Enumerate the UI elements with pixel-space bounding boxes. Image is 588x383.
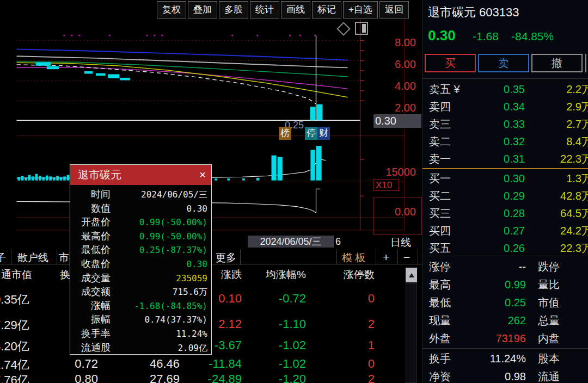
stat-value: 0.98	[455, 368, 526, 383]
ma-line-yellow	[17, 63, 348, 97]
stat-label2: 量比	[538, 276, 560, 294]
bid-label: 买三	[429, 205, 451, 222]
cell-limit-count: 2	[305, 372, 375, 383]
stat-value: --	[455, 258, 526, 276]
cell-avg-change: -1.10	[229, 317, 306, 331]
bid-volume: 42.8万	[527, 187, 588, 205]
price-tick-2: 2.00	[376, 102, 416, 114]
cell-turnover: 0.72	[33, 357, 98, 371]
bid-row-3[interactable]: 买三0.2864.5万	[422, 205, 588, 222]
ask-row-2[interactable]: 卖二0.328.4万	[422, 133, 588, 150]
toolbar-button-back[interactable]: 返回	[379, 1, 409, 18]
tab-more[interactable]: 更多	[216, 251, 236, 265]
toolbar-button-overlay[interactable]: 叠加	[188, 1, 217, 18]
sell-button[interactable]: 卖	[478, 54, 529, 72]
tooltip-label: 涨幅	[70, 299, 111, 313]
cancel-button[interactable]: 撤	[531, 54, 583, 72]
bid-volume: 64.5万	[527, 205, 588, 222]
toolbar-button-statistics[interactable]: 统计	[250, 1, 279, 18]
ask-volume: 2.2万	[527, 81, 588, 98]
zoom-in-button[interactable]: +	[383, 251, 389, 264]
cell-float-cap: 1.74亿	[0, 357, 29, 373]
tooltip-value: -1.68(-84.85%)	[111, 299, 211, 313]
col-float-cap[interactable]: 通市值	[1, 268, 32, 282]
toolbar-button-multistock[interactable]: 多股	[219, 1, 248, 18]
stat-label: 最高	[429, 276, 451, 294]
event-badge-ting[interactable]: 停	[305, 127, 317, 140]
bid-label: 买二	[429, 187, 451, 205]
tab-template[interactable]: 模 板	[342, 251, 365, 265]
table-scroll-up-button[interactable]	[406, 268, 417, 282]
ask-volume: 22.3万	[527, 150, 588, 168]
ask-label: 卖五 ¥	[429, 81, 460, 98]
ask-row-1[interactable]: 卖一0.3122.3万	[422, 150, 588, 168]
col-avg-change[interactable]: 均涨幅%	[229, 268, 306, 282]
ma-line-green	[17, 61, 348, 77]
current-price-badge: 0.30	[373, 114, 421, 128]
tooltip-label: 时间	[70, 188, 111, 202]
cell-avg-change: -1.02	[229, 338, 306, 353]
bid-label: 买五	[429, 239, 451, 257]
tab-cutoff[interactable]: 子	[0, 251, 6, 265]
indicator-tick-0: 0.00	[376, 206, 416, 218]
bid-row-1[interactable]: 买一0.301.3万	[422, 170, 588, 187]
bid-label: 买四	[429, 222, 451, 239]
cell-avg-change: -1.02	[229, 357, 306, 371]
clipped-button-edge	[585, 54, 588, 72]
toolbar-button-draw[interactable]: 画线	[281, 1, 310, 18]
cell-float-cap: 7.76亿	[0, 372, 29, 383]
stat-label2: 股本	[538, 350, 560, 368]
stat-value: 73196	[455, 330, 526, 348]
bid-row-2[interactable]: 买二0.2942.8万	[422, 187, 588, 205]
table-row[interactable]: 1.74亿 0.72 46.46 -11.84 -1.02 0	[0, 357, 422, 372]
stat-value: 0.25	[455, 294, 526, 312]
ask-row-5[interactable]: 卖五 ¥0.352.2万	[422, 81, 588, 98]
tooltip-value: 0.30	[111, 202, 211, 216]
buy-button[interactable]: 买	[425, 54, 476, 72]
volume-tick-15000: 15000	[376, 166, 416, 178]
col-limit-up-count[interactable]: 涨停数	[305, 268, 375, 282]
tooltip-label: 数值	[70, 202, 111, 216]
toolbar-button-restore[interactable]: 复权	[157, 1, 186, 18]
tooltip-value: 715.6万	[111, 285, 211, 299]
table-row[interactable]: 7.76亿 0.80 27.69 -24.89 -1.20 2	[0, 372, 422, 383]
chart-toolbar: 复权 叠加 多股 统计 画线 标记 +自选 返回	[157, 1, 409, 18]
stock-name-code: 退市碳元 603133	[428, 4, 519, 21]
event-badge-bang[interactable]: 榜	[279, 127, 291, 140]
tab-retail-line[interactable]: 散户线	[17, 251, 48, 265]
event-badge-cai[interactable]: 财	[317, 127, 330, 140]
stat-row-turnover-rate: 换手11.24%股本	[422, 350, 588, 368]
period-label[interactable]: 日线	[381, 236, 420, 250]
ask-row-3[interactable]: 卖三0.332.7万	[422, 115, 588, 133]
tooltip-label: 成交量	[70, 271, 111, 286]
tooltip-value: 0.99(-50.00%)	[111, 215, 211, 230]
cell-limit-count: 2	[305, 317, 375, 331]
stat-label: 净资	[429, 368, 451, 383]
bid-row-5[interactable]: 买五0.2622.3万	[422, 239, 588, 257]
cell-limit-count: 1	[305, 338, 375, 353]
tooltip-value: 11.24%	[111, 327, 211, 341]
stat-row-current-vol: 现量262总量	[422, 312, 588, 330]
ask-price: 0.34	[477, 98, 525, 115]
ma-line-blue	[17, 49, 348, 60]
last-price: 0.30	[428, 27, 456, 44]
quote-panel: 退市碳元 603133 0.30 -1.68 -84.85% 买 卖 撤 卖五 …	[422, 0, 588, 383]
ask-price: 0.35	[477, 81, 525, 98]
zoom-out-button[interactable]: −	[403, 251, 410, 264]
bid-label: 买一	[429, 170, 451, 187]
bid-volume: 1.3万	[527, 170, 588, 187]
toolbar-button-add-watchlist[interactable]: +自选	[343, 1, 378, 18]
tooltip-label: 振幅	[70, 313, 111, 327]
ask-price: 0.33	[477, 115, 525, 133]
ask-row-4[interactable]: 卖四0.342.9万	[422, 98, 588, 115]
tooltip-title-bar[interactable]: 退市碳元 ×	[70, 165, 211, 185]
close-icon[interactable]: ×	[199, 165, 206, 185]
toolbar-button-mark[interactable]: 标记	[312, 1, 341, 18]
ask-volume: 2.9万	[527, 98, 588, 115]
stat-label: 现量	[429, 312, 451, 330]
bid-row-4[interactable]: 买四0.2724.2万	[422, 222, 588, 239]
ask-label: 卖一	[429, 150, 451, 168]
stat-value: 0.99	[455, 276, 526, 294]
panel-toggle-icon[interactable]	[355, 22, 368, 35]
ma-line-magenta	[17, 67, 348, 89]
